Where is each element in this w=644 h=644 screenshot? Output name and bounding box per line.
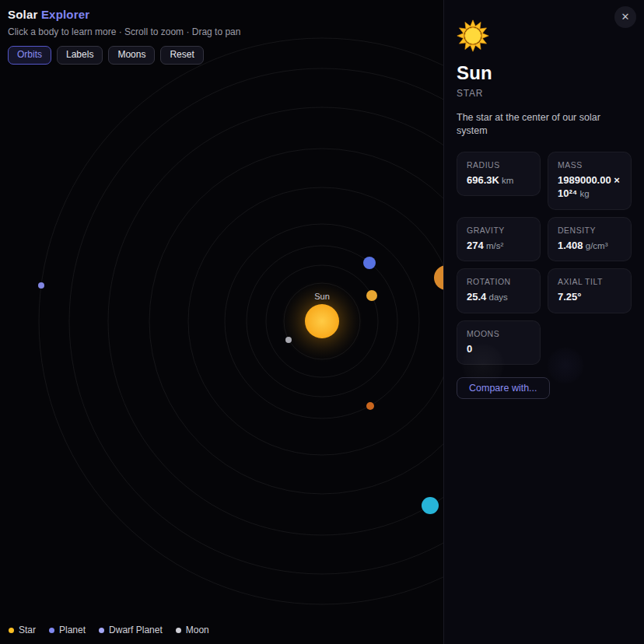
header: Solar Explorer Click a body to learn mor…	[8, 8, 240, 65]
solar-explorer-app: Sun Solar Explorer Click a body to learn…	[0, 0, 644, 644]
detail-panel: ✕ Sun STAR The star at the center of our…	[443, 0, 644, 644]
stat-label: ROTATION	[467, 277, 530, 286]
stat-unit: g/cm³	[583, 241, 608, 250]
sun-ray	[470, 20, 475, 27]
body-type-badge: STAR	[457, 88, 632, 99]
sun-ray	[482, 33, 489, 38]
stat-label: DENSITY	[558, 226, 621, 235]
stat-unit: km	[499, 176, 514, 185]
body-name: Sun	[457, 62, 632, 84]
legend-dot	[176, 628, 181, 633]
compare-with-button[interactable]: Compare with...	[457, 377, 550, 399]
legend-item-moon: Moon	[176, 625, 209, 635]
toolbar-button-reset[interactable]: Reset	[160, 46, 203, 65]
title-primary: Solar	[8, 8, 38, 21]
legend-label: Star	[19, 625, 36, 635]
stat-value: 1.408 g/cm³	[558, 239, 621, 253]
stat-card-density: DENSITY1.408 g/cm³	[548, 217, 632, 262]
stat-card-gravity: GRAVITY274 m/s²	[457, 217, 541, 262]
body-description: The star at the center of our solar syst…	[457, 111, 632, 138]
stat-label: MASS	[558, 160, 621, 170]
stat-card-rotation: ROTATION25.4 days	[457, 268, 541, 313]
sun-emoji-icon	[457, 19, 489, 52]
stat-label: RADIUS	[467, 160, 530, 170]
sun-ray	[470, 45, 475, 52]
stat-card-axial-tilt: AXIAL TILT7.25°	[548, 268, 632, 313]
stat-value: 0	[467, 342, 530, 356]
title-accent: Explorer	[41, 8, 89, 21]
stat-value: 25.4 days	[467, 290, 530, 304]
stat-value: 1989000.00 × 10²⁴ kg	[558, 173, 621, 201]
legend-label: Moon	[186, 625, 209, 635]
stat-label: AXIAL TILT	[558, 277, 621, 286]
toolbar-button-moons[interactable]: Moons	[108, 46, 155, 65]
hint-text: Click a body to learn more · Scroll to z…	[8, 26, 240, 37]
stat-label: MOONS	[467, 329, 530, 338]
legend-dot	[9, 628, 14, 633]
toolbar: OrbitsLabelsMoonsReset	[8, 46, 240, 65]
stat-value: 696.3K km	[467, 173, 530, 187]
stats-grid: RADIUS696.3K kmMASS1989000.00 × 10²⁴ kgG…	[457, 152, 632, 366]
earth-body[interactable]	[363, 257, 376, 269]
stat-value: 274 m/s²	[467, 239, 530, 253]
stat-unit: m/s²	[484, 241, 504, 250]
legend-label: Dwarf Planet	[109, 625, 163, 635]
stat-unit: days	[486, 292, 508, 302]
venus-body[interactable]	[366, 290, 377, 301]
legend: StarPlanetDwarf PlanetMoon	[9, 625, 209, 635]
stat-value: 7.25°	[558, 290, 621, 304]
toolbar-button-orbits[interactable]: Orbits	[8, 46, 51, 65]
legend-item-dwarf-planet: Dwarf Planet	[99, 625, 163, 635]
mars-body[interactable]	[366, 402, 374, 410]
stat-label: GRAVITY	[467, 226, 530, 235]
legend-dot	[49, 628, 54, 633]
pluto-body[interactable]	[38, 282, 44, 289]
legend-dot	[99, 628, 104, 633]
uranus-body[interactable]	[422, 497, 439, 514]
sun-body[interactable]	[305, 304, 339, 338]
sun-ray	[457, 33, 464, 38]
stat-card-mass: MASS1989000.00 × 10²⁴ kg	[548, 152, 632, 210]
close-icon[interactable]: ✕	[614, 6, 636, 28]
stat-unit: kg	[577, 189, 589, 198]
toolbar-button-labels[interactable]: Labels	[57, 46, 103, 65]
legend-item-planet: Planet	[49, 625, 86, 635]
legend-label: Planet	[59, 625, 86, 635]
mercury-body[interactable]	[285, 337, 292, 343]
legend-item-star: Star	[9, 625, 36, 635]
stat-card-radius: RADIUS696.3K km	[457, 152, 541, 197]
sun-label: Sun	[314, 292, 330, 301]
page-title: Solar Explorer	[8, 8, 240, 21]
stat-card-moons: MOONS0	[457, 320, 541, 366]
